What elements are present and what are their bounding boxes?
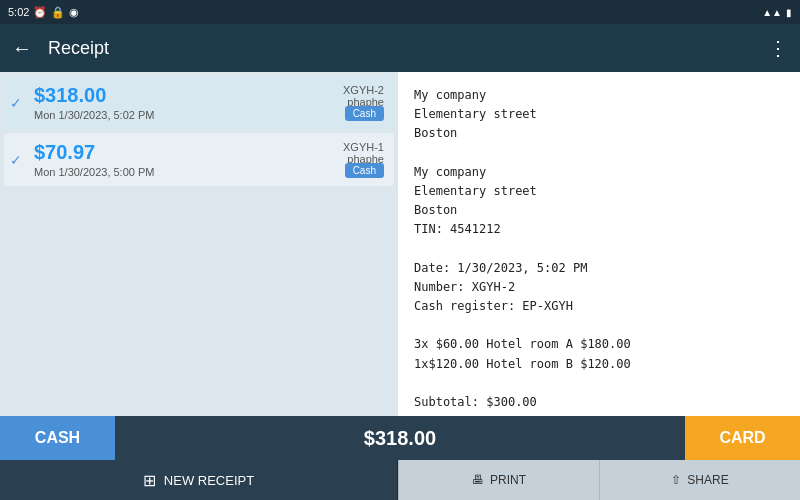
page-title: Receipt bbox=[48, 38, 768, 59]
receipt-item-2[interactable]: $70.97 Mon 1/30/2023, 5:00 PM XGYH-1 pha… bbox=[4, 133, 394, 186]
toolbar: Receipt bbox=[0, 24, 800, 72]
status-right: ▲▲ ▮ bbox=[762, 7, 792, 18]
cash-button[interactable]: CASH bbox=[0, 416, 115, 460]
print-label: PRINT bbox=[490, 473, 526, 487]
receipt-date-2: Mon 1/30/2023, 5:00 PM bbox=[34, 166, 384, 178]
card-button[interactable]: CARD bbox=[685, 416, 800, 460]
receipt-line bbox=[414, 144, 784, 163]
receipt-amount-1: $318.00 bbox=[34, 84, 384, 107]
receipt-id-2: XGYH-1 phaphe bbox=[343, 141, 384, 165]
signal-icon: ◉ bbox=[69, 6, 79, 19]
print-button[interactable]: 🖶 PRINT bbox=[398, 460, 599, 500]
receipt-line: Date: 1/30/2023, 5:02 PM bbox=[414, 259, 784, 278]
share-label: SHARE bbox=[687, 473, 728, 487]
share-button[interactable]: ⇧ SHARE bbox=[599, 460, 800, 500]
receipt-list: $318.00 Mon 1/30/2023, 5:02 PM XGYH-2 ph… bbox=[0, 72, 398, 416]
total-amount-display: $318.00 bbox=[115, 416, 685, 460]
receipt-item-1[interactable]: $318.00 Mon 1/30/2023, 5:02 PM XGYH-2 ph… bbox=[4, 76, 394, 129]
receipt-line: Number: XGYH-2 bbox=[414, 278, 784, 297]
back-button[interactable] bbox=[12, 37, 32, 60]
receipt-line: Boston bbox=[414, 201, 784, 220]
status-left: 5:02 ⏰ 🔒 ◉ bbox=[8, 6, 79, 19]
check-icon-2 bbox=[10, 152, 22, 168]
receipt-payment-badge-2: Cash bbox=[345, 163, 384, 178]
receipt-line: 3x $60.00 Hotel room A $180.00 bbox=[414, 335, 784, 354]
receipt-line bbox=[414, 240, 784, 259]
status-time: 5:02 bbox=[8, 6, 29, 18]
bottom-nav-bar: NEW RECEIPT 🖶 PRINT ⇧ SHARE bbox=[0, 460, 800, 500]
print-icon: 🖶 bbox=[472, 473, 484, 487]
wifi-icon: ▲▲ bbox=[762, 7, 782, 18]
new-receipt-label: NEW RECEIPT bbox=[164, 473, 254, 488]
receipt-payment-badge-1: Cash bbox=[345, 106, 384, 121]
main-content: $318.00 Mon 1/30/2023, 5:02 PM XGYH-2 ph… bbox=[0, 72, 800, 416]
receipt-line: TIN: 4541212 bbox=[414, 220, 784, 239]
receipt-line: Subtotal: $300.00 bbox=[414, 393, 784, 412]
receipt-id-1: XGYH-2 phaphe bbox=[343, 84, 384, 108]
receipt-line: Cash register: EP-XGYH bbox=[414, 297, 784, 316]
receipt-amount-2: $70.97 bbox=[34, 141, 384, 164]
receipt-line: Boston bbox=[414, 124, 784, 143]
receipt-line: 1x$120.00 Hotel room B $120.00 bbox=[414, 355, 784, 374]
receipt-line: Elementary street bbox=[414, 105, 784, 124]
receipt-date-1: Mon 1/30/2023, 5:02 PM bbox=[34, 109, 384, 121]
status-bar: 5:02 ⏰ 🔒 ◉ ▲▲ ▮ bbox=[0, 0, 800, 24]
receipt-line: My company bbox=[414, 163, 784, 182]
new-receipt-button[interactable]: NEW RECEIPT bbox=[0, 460, 398, 500]
receipt-line bbox=[414, 374, 784, 393]
calc-icon bbox=[143, 471, 156, 490]
receipt-line: My company bbox=[414, 86, 784, 105]
check-icon-1 bbox=[10, 95, 22, 111]
lock-icon: 🔒 bbox=[51, 6, 65, 19]
bottom-action-bar: CASH $318.00 CARD bbox=[0, 416, 800, 460]
alarm-icon: ⏰ bbox=[33, 6, 47, 19]
battery-icon: ▮ bbox=[786, 7, 792, 18]
more-options-button[interactable] bbox=[768, 36, 788, 60]
receipt-detail-content: My companyElementary streetBoston My com… bbox=[414, 86, 784, 412]
share-icon: ⇧ bbox=[671, 473, 681, 487]
receipt-detail: My companyElementary streetBoston My com… bbox=[398, 72, 800, 416]
receipt-line: Elementary street bbox=[414, 182, 784, 201]
receipt-line bbox=[414, 316, 784, 335]
